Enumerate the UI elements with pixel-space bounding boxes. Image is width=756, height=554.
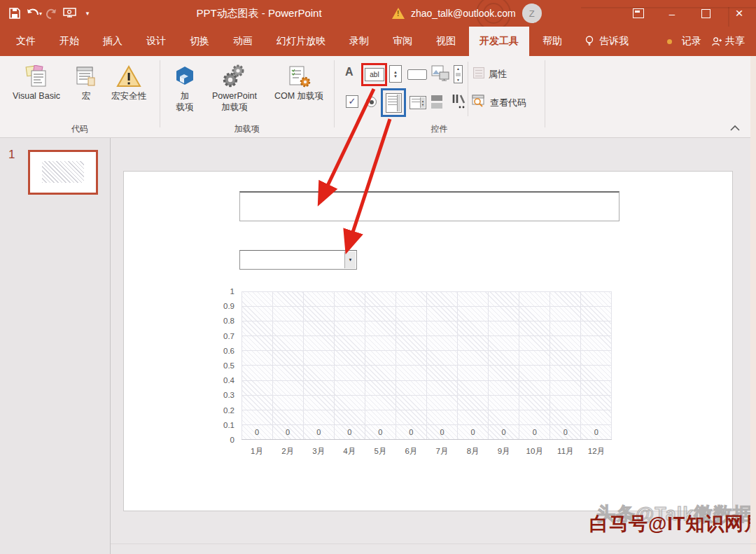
scroll-down-icon: ▼: [456, 78, 460, 82]
option-button-control-button[interactable]: [366, 97, 377, 107]
y-tick-label: 0.2: [194, 405, 234, 416]
save-button[interactable]: [6, 3, 24, 24]
share-button[interactable]: 共享: [711, 35, 745, 48]
quick-access-toolbar: ▾ ▾: [6, 0, 97, 27]
ribbon-tab[interactable]: 开始: [49, 27, 90, 56]
ribbon-tab[interactable]: 审阅: [382, 27, 423, 56]
toggle-bottom: [431, 103, 442, 109]
right-edge-strip: [750, 56, 756, 554]
avatar[interactable]: Z: [522, 4, 542, 23]
warning-icon: !: [392, 8, 405, 19]
ribbon-tab-bar: 文件开始插入设计切换动画幻灯片放映录制审阅视图开发工具帮助 告诉我 记录 共享: [0, 27, 756, 56]
macros-button[interactable]: 宏: [70, 60, 102, 102]
data-label: 0: [489, 428, 519, 438]
ribbon-tab[interactable]: 视图: [426, 27, 466, 56]
addins-cube-icon: [167, 60, 203, 88]
titlebar: ▾ ▾ PPT动态图表 - PowerPoint ! zhao: [0, 0, 756, 27]
y-tick-label: 0.3: [194, 389, 234, 401]
undo-icon: [27, 8, 39, 18]
combobox-control-button[interactable]: ▲▼: [410, 96, 426, 109]
customize-qat-button[interactable]: ▾: [78, 3, 97, 24]
ribbon-display-options-button[interactable]: [622, 0, 655, 27]
ribbon-tab[interactable]: 插入: [92, 27, 133, 56]
addins-label-line2: 载项: [167, 102, 203, 113]
tell-me-box[interactable]: 告诉我: [575, 27, 638, 56]
redo-button[interactable]: [42, 3, 60, 24]
tab-record[interactable]: 记录: [682, 35, 701, 48]
ribbon-tab[interactable]: 帮助: [532, 27, 573, 56]
spin-down-icon: ▼: [393, 74, 398, 78]
macro-security-label: 宏安全性: [104, 90, 154, 102]
activex-combobox[interactable]: ▼: [239, 250, 357, 270]
data-label: 0: [241, 428, 272, 438]
ribbon-tab[interactable]: 幻灯片放映: [266, 27, 336, 56]
scroll-thumb: [456, 73, 461, 76]
data-label: 0: [550, 428, 581, 438]
group-label-controls: 控件: [334, 123, 545, 134]
y-tick-label: 0.7: [194, 331, 234, 342]
checkbox-control-button[interactable]: ✓: [346, 95, 358, 108]
x-tick-label: 7月: [426, 446, 457, 457]
collapse-ribbon-button[interactable]: [729, 122, 741, 134]
addins-label-line1: 加: [167, 90, 203, 102]
group-separator: [160, 60, 160, 127]
addins-button[interactable]: 加 载项: [167, 60, 203, 113]
ribbon-tab[interactable]: 设计: [136, 27, 176, 56]
account-info[interactable]: ! zhao_talk@outlook.com Z: [392, 0, 542, 27]
slide-number: 1: [8, 148, 15, 162]
account-email: zhao_talk@outlook.com: [411, 8, 516, 19]
ribbon-tab[interactable]: 切换: [179, 27, 220, 56]
ribbon-tab[interactable]: 开发工具: [469, 27, 529, 56]
powerpoint-addins-gears-icon: [204, 60, 265, 88]
ribbon-tabs: 文件开始插入设计切换动画幻灯片放映录制审阅视图开发工具帮助: [6, 27, 575, 56]
close-button[interactable]: ×: [722, 0, 756, 27]
data-label: 0: [334, 428, 365, 438]
data-label: 0: [519, 428, 550, 438]
command-button-control-button[interactable]: [407, 69, 427, 80]
image-control-icon: [431, 65, 449, 83]
more-controls-button[interactable]: [451, 93, 466, 110]
highlight-box-textbox-control: [361, 63, 387, 86]
minimize-button[interactable]: –: [655, 0, 689, 27]
view-code-button[interactable]: 查看代码: [490, 97, 526, 109]
powerpoint-addins-button[interactable]: PowerPoint 加载项: [204, 60, 265, 113]
powerpoint-window: ▾ ▾ PPT动态图表 - PowerPoint ! zhao: [0, 0, 756, 554]
y-tick-label: 1: [194, 286, 234, 297]
chart-plot-area[interactable]: [241, 291, 612, 440]
ribbon-tab[interactable]: 动画: [223, 27, 263, 56]
slide-thumbnail-panel[interactable]: 1: [0, 138, 111, 554]
ribbon-tab[interactable]: 录制: [339, 27, 379, 56]
tabbar-right: 记录 共享: [667, 27, 756, 56]
group-separator: [334, 60, 335, 127]
properties-button[interactable]: 属性: [489, 68, 507, 81]
start-slideshow-button[interactable]: [60, 3, 78, 24]
powerpoint-addins-label-line1: PowerPoint: [204, 90, 265, 102]
maximize-icon: [701, 9, 710, 18]
canvas-bottom-divider: [111, 543, 756, 544]
scrollbar-control-button[interactable]: ▲ ▼: [454, 65, 463, 83]
slide[interactable]: ▼ 10.90.80.70.60.50.40.30.20.10 00000000…: [123, 171, 733, 511]
toggle-control-button[interactable]: [431, 95, 444, 110]
visual-basic-button[interactable]: Visual Basic: [7, 60, 66, 102]
spin-button-control-button[interactable]: ▲ ▼: [389, 65, 402, 83]
y-tick-label: 0: [194, 434, 234, 445]
y-tick-label: 0.6: [194, 345, 234, 356]
image-control-button[interactable]: [431, 65, 449, 83]
data-label: 0: [426, 428, 457, 438]
share-label: 共享: [725, 35, 745, 48]
maximize-button[interactable]: [689, 0, 722, 27]
chart-x-axis: 1月2月3月4月5月6月7月8月9月10月11月12月: [241, 446, 612, 457]
activex-textbox[interactable]: [239, 191, 620, 221]
ribbon-tab[interactable]: 文件: [6, 27, 46, 56]
combobox-dropdown-button[interactable]: ▼: [344, 251, 356, 268]
com-addins-button[interactable]: COM 加载项: [266, 60, 332, 102]
tell-me-label: 告诉我: [599, 35, 629, 48]
data-label: 0: [458, 428, 489, 438]
x-tick-label: 11月: [550, 446, 581, 457]
x-tick-label: 9月: [489, 446, 519, 457]
watermark-red: 白马号@IT知识网居: [589, 511, 756, 536]
chart-horizontal-gridlines: [241, 291, 612, 440]
slide-thumbnail[interactable]: [28, 150, 98, 195]
label-control-button[interactable]: A: [345, 66, 354, 78]
macro-security-button[interactable]: 宏安全性: [104, 60, 154, 102]
